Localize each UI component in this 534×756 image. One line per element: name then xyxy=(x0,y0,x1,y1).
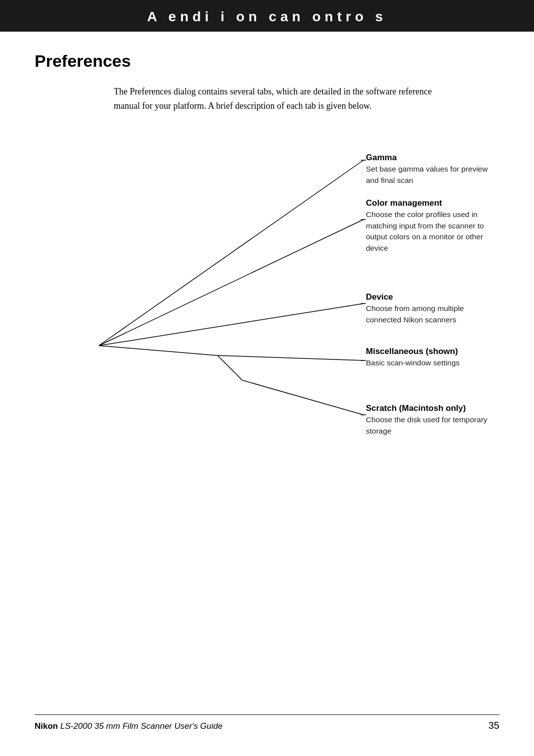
scratch-desc: Choose the disk used for temporary stora… xyxy=(366,414,499,437)
svg-line-3 xyxy=(218,356,363,360)
page-title: Preferences xyxy=(35,51,499,71)
svg-line-5 xyxy=(242,380,363,415)
label-device: Device Choose from among multiple connec… xyxy=(366,291,499,326)
preferences-diagram: Gamma Set base gamma values for preview … xyxy=(35,133,499,479)
color-management-title: Color management xyxy=(366,197,499,210)
gamma-title: Gamma xyxy=(366,152,499,164)
footer-subtitle: LS-2000 35 mm Film Scanner User's Guide xyxy=(58,721,222,731)
gamma-desc: Set base gamma values for preview and fi… xyxy=(366,164,499,186)
color-management-desc: Choose the color profiles used in matchi… xyxy=(366,209,499,254)
svg-line-6 xyxy=(99,346,218,356)
intro-paragraph: The Preferences dialog contains several … xyxy=(114,85,450,113)
label-gamma: Gamma Set base gamma values for preview … xyxy=(366,152,499,186)
device-desc: Choose from among multiple connected Nik… xyxy=(366,303,499,325)
label-miscellaneous: Miscellaneous (shown) Basic scan-window … xyxy=(366,346,499,369)
footer-page-number: 35 xyxy=(489,720,499,731)
svg-line-1 xyxy=(99,220,363,346)
header-bar: A endi i on can ontro s xyxy=(0,0,534,32)
svg-line-4 xyxy=(218,356,242,380)
label-color-management: Color management Choose the color profil… xyxy=(366,197,499,254)
page-content: Preferences The Preferences dialog conta… xyxy=(0,46,534,529)
miscellaneous-desc: Basic scan-window settings xyxy=(366,357,499,368)
header-text: A endi i on can ontro s xyxy=(147,9,387,24)
device-title: Device xyxy=(366,291,499,304)
footer-brand-text: Nikon LS-2000 35 mm Film Scanner User's … xyxy=(35,721,222,731)
svg-line-0 xyxy=(99,160,363,346)
page-footer: Nikon LS-2000 35 mm Film Scanner User's … xyxy=(35,714,499,731)
scratch-title: Scratch (Macintosh only) xyxy=(366,402,499,415)
miscellaneous-title: Miscellaneous (shown) xyxy=(366,346,499,358)
label-scratch: Scratch (Macintosh only) Choose the disk… xyxy=(366,402,499,437)
svg-line-2 xyxy=(99,304,363,346)
footer-brand: Nikon xyxy=(35,721,58,731)
